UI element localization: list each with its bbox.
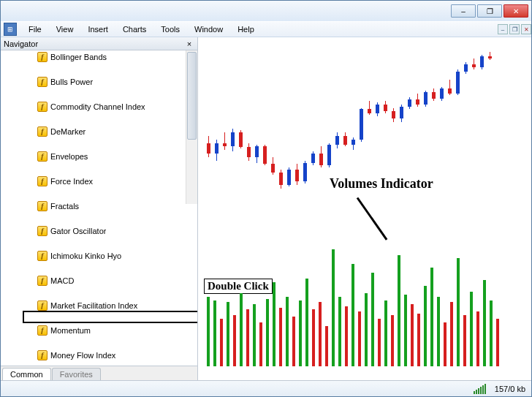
indicator-label: Force Index (50, 177, 93, 186)
mdi-close-button[interactable]: ✕ (521, 24, 531, 34)
indicator-icon: f (37, 276, 48, 286)
connection-bars-icon (474, 384, 486, 394)
candlestick (343, 37, 347, 227)
menu-charts[interactable]: Charts (115, 23, 153, 36)
indicator-icon: f (37, 350, 48, 360)
indicator-label: Envelopes (50, 152, 88, 161)
candlestick (352, 37, 355, 227)
tab-favorites[interactable]: Favorites (52, 368, 101, 380)
indicator-label: Market Facilitation Index (50, 301, 137, 310)
indicator-icon: f (37, 77, 48, 87)
indicator-item[interactable]: fMarket Facilitation Index (8, 299, 197, 311)
menu-file[interactable]: File (21, 23, 49, 36)
app-window: – ❐ ✕ ⊞ File View Insert Charts Tools Wi… (0, 0, 532, 397)
mdi-minimize-button[interactable]: – (498, 24, 508, 34)
indicator-label: DeMarker (50, 127, 86, 136)
indicator-icon: f (37, 151, 48, 162)
menu-insert[interactable]: Insert (80, 23, 115, 36)
candlestick (408, 37, 411, 227)
navigator-tabs: Common Favorites (1, 366, 197, 380)
indicator-icon: f (37, 201, 48, 211)
chart-area[interactable]: Volumes Indicator Double Click (198, 37, 531, 380)
candlestick (319, 37, 323, 227)
indicator-icon: f (37, 226, 48, 236)
candlestick (376, 37, 379, 227)
indicator-icon: f (37, 176, 48, 186)
window-minimize-button[interactable]: – (451, 4, 476, 18)
navigator-scrollbar[interactable] (186, 50, 197, 204)
candlestick (448, 37, 452, 227)
indicator-label: Bollinger Bands (50, 53, 107, 61)
indicator-label: Bulls Power (50, 77, 93, 86)
indicator-item[interactable]: fForce Index (8, 175, 197, 187)
indicator-icon: f (37, 300, 48, 311)
window-close-button[interactable]: ✕ (503, 4, 528, 18)
statusbar: 157/0 kb (1, 380, 531, 396)
candlestick (456, 37, 460, 227)
indicator-label: Momentum (50, 326, 91, 335)
candlestick (271, 37, 275, 227)
tab-common[interactable]: Common (2, 368, 51, 380)
candlestick (287, 37, 291, 227)
navigator-close-button[interactable]: × (184, 39, 194, 49)
candlestick (424, 37, 428, 227)
navigator-panel: Navigator × fBollinger BandsfBulls Power… (1, 37, 198, 380)
indicator-item[interactable]: fBollinger Bands (8, 50, 197, 63)
indicator-label: Money Flow Index (50, 351, 115, 360)
navigator-title: Navigator (4, 39, 38, 48)
window-maximize-button[interactable]: ❐ (477, 4, 502, 18)
candlestick (207, 37, 210, 227)
candlestick (368, 37, 371, 227)
indicator-item[interactable]: fMACD (8, 274, 197, 287)
candlestick (327, 37, 331, 227)
indicator-label: Commodity Channel Index (50, 102, 145, 111)
indicator-label: Gator Oscillator (50, 227, 106, 235)
indicator-item[interactable]: fFractals (8, 200, 197, 212)
candlestick (239, 37, 243, 227)
mdi-restore-button[interactable]: ❐ (509, 24, 520, 34)
app-icon: ⊞ (4, 23, 17, 36)
indicator-item[interactable]: fCommodity Channel Index (8, 100, 197, 113)
candlestick (440, 37, 444, 227)
indicator-item[interactable]: fMoney Flow Index (8, 349, 197, 361)
indicator-item[interactable]: fGator Oscillator (8, 224, 197, 237)
menu-tools[interactable]: Tools (153, 23, 187, 36)
candlestick (488, 37, 492, 227)
candlestick (416, 37, 419, 227)
candlestick (360, 37, 363, 227)
candlestick (263, 37, 267, 227)
indicator-icon: f (37, 251, 48, 261)
candlestick (400, 37, 403, 227)
highlight-box (23, 311, 197, 323)
candlestick (472, 37, 476, 227)
candlestick (247, 37, 251, 227)
indicator-label: Fractals (50, 202, 79, 211)
candlestick (392, 37, 395, 227)
menu-view[interactable]: View (49, 23, 81, 36)
candlestick (480, 37, 484, 227)
candlestick (384, 37, 387, 227)
titlebar: – ❐ ✕ (1, 1, 531, 21)
menubar: ⊞ File View Insert Charts Tools Window H… (1, 21, 531, 37)
indicator-icon: f (37, 325, 48, 336)
candlestick (255, 37, 259, 227)
indicator-item[interactable]: fEnvelopes (8, 150, 197, 162)
candlestick (215, 37, 218, 227)
candlestick (295, 37, 299, 227)
menu-window[interactable]: Window (187, 23, 230, 36)
navigator-tree[interactable]: fBollinger BandsfBulls PowerfCommodity C… (1, 50, 197, 366)
indicator-item[interactable]: fDeMarker (8, 125, 197, 137)
menu-help[interactable]: Help (230, 23, 262, 36)
indicator-icon: f (37, 52, 48, 62)
indicator-label: MACD (50, 276, 74, 285)
indicator-item[interactable]: fIchimoku Kinko Hyo (8, 249, 197, 262)
navigator-scroll-thumb[interactable] (187, 52, 197, 140)
indicator-item[interactable]: fBulls Power (8, 75, 197, 88)
navigator-header: Navigator × (1, 37, 197, 50)
candlestick (223, 37, 227, 227)
volume-bar (496, 319, 499, 366)
candlestick (279, 37, 283, 227)
candlestick (231, 37, 235, 227)
indicator-icon: f (37, 102, 48, 112)
indicator-item[interactable]: fMomentum (8, 324, 197, 336)
